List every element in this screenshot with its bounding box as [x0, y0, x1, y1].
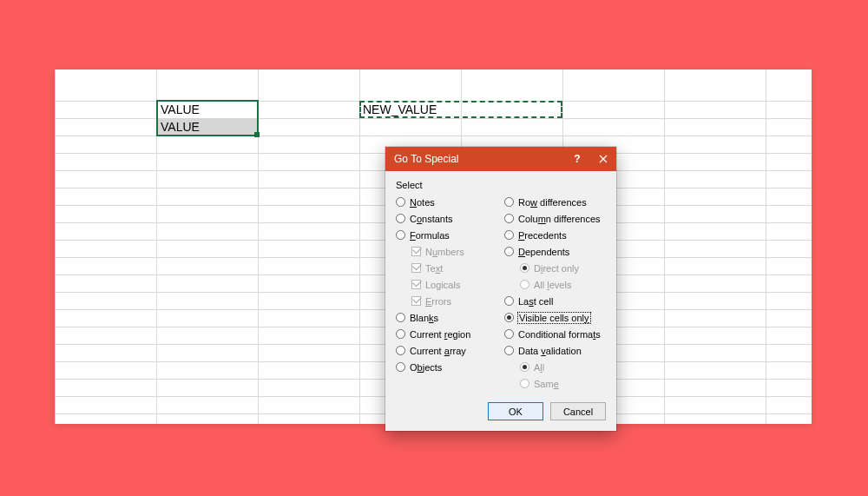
option-errors: Errors	[396, 294, 497, 308]
radio-icon	[396, 313, 405, 322]
cell-a1[interactable]: VALUE	[159, 101, 257, 118]
option-data-validation[interactable]: Data validation	[504, 344, 606, 357]
option-constants[interactable]: Constants	[396, 212, 497, 225]
radio-icon	[396, 362, 405, 372]
radio-icon	[520, 379, 529, 388]
radio-icon	[504, 197, 514, 207]
dialog-body: Select Notes Constants Formulas Numbers …	[385, 171, 616, 431]
option-logicals: Logicals	[396, 278, 497, 291]
ok-button[interactable]: OK	[488, 402, 543, 420]
option-objects[interactable]: Objects	[396, 360, 497, 374]
radio-icon	[504, 247, 514, 256]
radio-icon	[504, 230, 514, 240]
gridline	[258, 69, 259, 424]
option-current-array[interactable]: Current array	[396, 344, 497, 357]
radio-icon	[520, 280, 529, 289]
option-notes[interactable]: Notes	[396, 195, 497, 208]
option-direct-only: Direct only	[504, 261, 606, 274]
option-all: All	[504, 360, 606, 374]
gridline	[156, 69, 157, 424]
options-right-column: Row differences Column differences Prece…	[504, 195, 606, 390]
radio-icon	[504, 296, 514, 306]
gridline	[766, 69, 766, 424]
gridline	[664, 69, 665, 424]
cancel-button[interactable]: Cancel	[550, 402, 606, 420]
checkbox-icon	[411, 247, 421, 256]
option-cond-formats[interactable]: Conditional formats	[504, 327, 606, 341]
radio-icon	[504, 313, 514, 322]
help-icon: ?	[574, 153, 580, 165]
dialog-buttons: OK Cancel	[396, 402, 606, 420]
option-all-levels: All levels	[504, 278, 606, 291]
option-numbers: Numbers	[396, 245, 497, 258]
close-icon	[599, 155, 608, 163]
cell-c1[interactable]: NEW_VALUE	[361, 101, 459, 118]
option-formulas[interactable]: Formulas	[396, 228, 497, 241]
option-precedents[interactable]: Precedents	[504, 228, 606, 241]
goto-special-dialog: Go To Special ? Select Notes Constants F…	[385, 147, 616, 431]
dialog-title: Go To Special	[394, 153, 459, 165]
radio-icon	[396, 230, 405, 240]
option-text: Text	[396, 261, 497, 274]
gridline	[359, 69, 360, 424]
option-visible-cells[interactable]: Visible cells only	[504, 311, 606, 324]
option-col-diff[interactable]: Column differences	[504, 212, 606, 225]
checkbox-icon	[411, 263, 421, 273]
help-button[interactable]: ?	[564, 147, 590, 171]
radio-icon	[396, 197, 405, 207]
options-left-column: Notes Constants Formulas Numbers Text Lo…	[396, 195, 497, 390]
radio-icon	[504, 346, 514, 355]
gridline	[55, 69, 56, 424]
checkbox-icon	[411, 280, 421, 289]
radio-icon	[504, 214, 514, 223]
option-dependents[interactable]: Dependents	[504, 245, 606, 258]
radio-icon	[520, 362, 529, 372]
radio-icon	[520, 263, 529, 273]
cell-a2[interactable]: VALUE	[159, 118, 257, 136]
radio-icon	[396, 214, 405, 223]
radio-icon	[396, 346, 405, 355]
section-label: Select	[396, 180, 606, 190]
close-button[interactable]	[590, 147, 616, 171]
checkbox-icon	[411, 296, 421, 306]
radio-icon	[504, 329, 514, 339]
dialog-titlebar[interactable]: Go To Special ?	[385, 147, 616, 171]
radio-icon	[396, 329, 405, 339]
option-same: Same	[504, 377, 606, 390]
option-blanks[interactable]: Blanks	[396, 311, 497, 324]
gridline	[55, 136, 812, 136]
option-last-cell[interactable]: Last cell	[504, 294, 606, 308]
option-row-diff[interactable]: Row differences	[504, 195, 606, 208]
option-current-region[interactable]: Current region	[396, 327, 497, 341]
